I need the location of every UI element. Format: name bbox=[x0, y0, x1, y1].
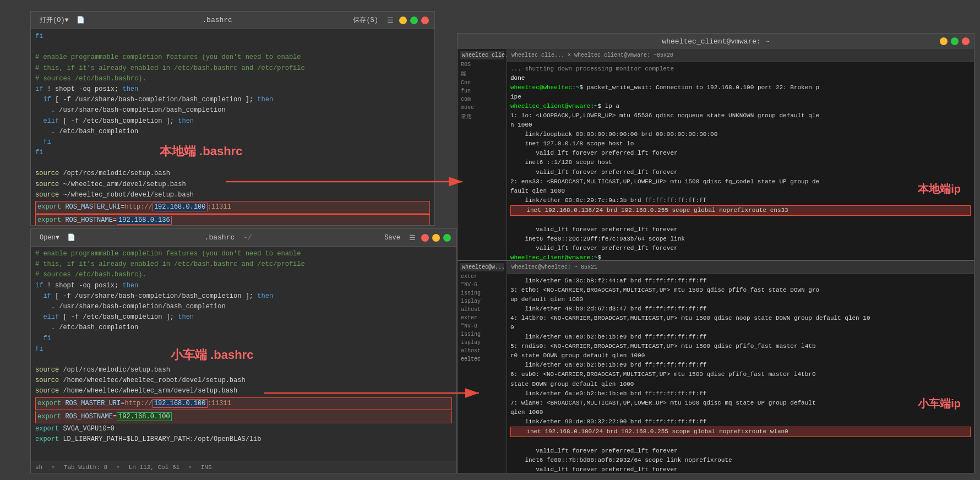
menu-icon-top[interactable]: ☰ bbox=[387, 16, 394, 25]
editor-top-titlebar: 打开(O)▼ 📄 .bashrc 保存(S) ☰ bbox=[31, 12, 434, 29]
terminal-body: wheeltec_clie... ROS 能 Con fun com move … bbox=[458, 49, 974, 473]
editor-bottom: Open▼ 📄 .bashrc -/ Save ☰ # enable progr… bbox=[30, 228, 457, 473]
terminal-header-text-bottom: wheeltec@wheeltec: ~ 85x21 bbox=[511, 264, 597, 270]
export-hostname-bottom: export ROS_HOSTNAME=192.168.0.100 bbox=[35, 411, 452, 423]
close-btn-top[interactable] bbox=[421, 17, 429, 24]
ros-label: ROS bbox=[460, 61, 504, 69]
terminal-main: wheeltec_client@vmware: ~ wheeltec_clie.… bbox=[457, 33, 974, 473]
editor-statusbar-bottom: sh ▾ Tab Width: 8 ▾ Ln 112, Col 61 ▾ INS bbox=[31, 461, 456, 473]
isplay-label-2: isplay bbox=[460, 339, 504, 347]
title-text-bottom: .bashrc bbox=[205, 233, 235, 242]
status-mode: INS bbox=[201, 464, 212, 471]
title-text-top: .bashrc bbox=[202, 16, 232, 24]
terminal-right-bottom: wheeltec@wheeltec: ~ 85x21 link/ether 5a… bbox=[507, 261, 974, 473]
subtitle-bottom: -/ bbox=[243, 233, 252, 242]
close-btn-bottom[interactable] bbox=[421, 234, 429, 242]
maximize-btn-bottom[interactable] bbox=[443, 234, 451, 242]
terminal-sidebar-top: wheeltec_clie... ROS 能 Con fun com move … bbox=[458, 49, 507, 260]
ext-label-1: exter bbox=[460, 272, 504, 281]
terminal-win-controls bbox=[940, 37, 970, 45]
terminal-header-top: wheeltec_clie... × wheeltec_client@vmwar… bbox=[507, 49, 974, 62]
bottom-controls: Save ☰ bbox=[381, 233, 451, 243]
sidebar-tab-top[interactable]: wheeltec_clie... bbox=[460, 51, 504, 59]
win-controls-bottom bbox=[421, 234, 451, 242]
title-left-bottom: Open▼ 📄 bbox=[36, 233, 75, 243]
con-label: Con bbox=[460, 79, 504, 87]
status-lang: sh bbox=[35, 464, 42, 471]
terminal-sidebar-bottom: wheeltec@w... exter "NV-G issing isplay … bbox=[458, 261, 507, 473]
editor-title-bottom: .bashrc -/ bbox=[205, 233, 252, 242]
terminal-titlebar: wheeltec_client@vmware: ~ bbox=[458, 34, 974, 49]
alhost-label-2: alhost bbox=[460, 347, 504, 355]
open-menu-bottom[interactable]: Open▼ bbox=[36, 233, 63, 243]
win-controls-top bbox=[399, 17, 429, 24]
maximize-btn-top[interactable] bbox=[410, 17, 418, 24]
export-master-uri-top: export ROS_MASTER_URI=http://192.168.0.1… bbox=[35, 201, 430, 214]
editor-bottom-titlebar: Open▼ 📄 .bashrc -/ Save ☰ bbox=[31, 229, 456, 247]
terminal-right-top: wheeltec_clie... × wheeltec_client@vmwar… bbox=[507, 49, 974, 260]
move-label: move bbox=[460, 103, 504, 112]
status-tab: Tab Width: 8 bbox=[64, 464, 107, 471]
terminal-pane-top: wheeltec_clie... ROS 能 Con fun com move … bbox=[458, 49, 974, 261]
editor-content-bottom[interactable]: # enable programmable completion feature… bbox=[31, 247, 456, 461]
editor-content-top[interactable]: fi # enable programmable completion feat… bbox=[31, 29, 434, 225]
terminal-title: wheeltec_client@vmware: ~ bbox=[662, 37, 769, 46]
issing-label-1: issing bbox=[460, 289, 504, 297]
func-label: 能 bbox=[460, 69, 504, 79]
minimize-btn-bottom[interactable] bbox=[432, 234, 440, 242]
save-btn-top[interactable]: 保存(S) bbox=[350, 14, 382, 26]
minimize-btn-top[interactable] bbox=[399, 17, 407, 24]
terminal-content-bottom[interactable]: link/ether 5a:3c:b8:f2:44:af brd ff:ff:f… bbox=[507, 274, 974, 473]
save-btn-bottom[interactable]: Save bbox=[381, 233, 404, 243]
terminal-pane-bottom: wheeltec@w... exter "NV-G issing isplay … bbox=[458, 261, 974, 473]
terminal-header-text-top: wheeltec_clie... × wheeltec_client@vmwar… bbox=[511, 52, 673, 58]
nv-label-2: "NV-G bbox=[460, 322, 504, 330]
terminal-maximize[interactable] bbox=[951, 37, 959, 45]
terminal-close[interactable] bbox=[962, 37, 970, 45]
alhost-label: alhost bbox=[460, 306, 504, 314]
file-icon-top: 📄 bbox=[77, 16, 85, 24]
status-position: Ln 112, Col 61 bbox=[129, 464, 179, 471]
file-icon-bottom: 📄 bbox=[67, 233, 75, 242]
editor-title-top: .bashrc bbox=[202, 16, 232, 24]
open-menu-top[interactable]: 打开(O)▼ bbox=[36, 14, 72, 26]
terminal-content-top[interactable]: ... shutting down processing monitor com… bbox=[507, 62, 974, 260]
terminal-minimize[interactable] bbox=[940, 37, 948, 45]
com-label: com bbox=[460, 95, 504, 103]
nv-label-1: "NV-G bbox=[460, 281, 504, 289]
export-hostname-top: export ROS_HOSTNAME=192.168.0.136 bbox=[35, 214, 430, 225]
eeltec-label: eeltec bbox=[460, 355, 504, 363]
top-controls: 保存(S) ☰ bbox=[350, 14, 429, 26]
common-label: 常用 bbox=[460, 112, 504, 122]
fun-label: fun bbox=[460, 87, 504, 95]
export-master-uri-bottom: export ROS_MASTER_URI=http://192.168.0.1… bbox=[35, 397, 452, 410]
menu-icon-bottom[interactable]: ☰ bbox=[409, 233, 416, 242]
sidebar-tab-bottom[interactable]: wheeltec@w... bbox=[460, 263, 504, 271]
editor-top: 打开(O)▼ 📄 .bashrc 保存(S) ☰ fi # enable pro… bbox=[30, 11, 435, 226]
isplay-label: isplay bbox=[460, 297, 504, 306]
issing-label-2: issing bbox=[460, 330, 504, 339]
ext-label-2: exter bbox=[460, 314, 504, 322]
title-left-top: 打开(O)▼ 📄 bbox=[36, 14, 85, 26]
terminal-header-bottom: wheeltec@wheeltec: ~ 85x21 bbox=[507, 261, 974, 274]
